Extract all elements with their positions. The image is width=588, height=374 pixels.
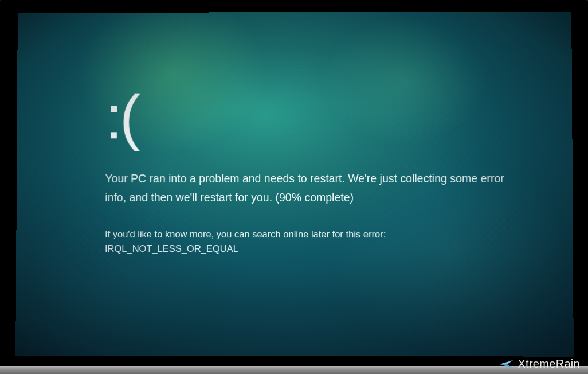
paper-plane-icon [499, 359, 514, 369]
sad-face-icon: :( [105, 86, 518, 148]
bsod-message: Your PC ran into a problem and needs to … [105, 170, 518, 207]
watermark-text: XtremeRain [518, 357, 580, 371]
bsod-message-line1: Your PC ran into a problem and needs to … [105, 170, 518, 188]
bsod-content: :( Your PC ran into a problem and needs … [105, 86, 518, 255]
bsod-screen: :( Your PC ran into a problem and needs … [15, 12, 574, 357]
bsod-error-code: IRQL_NOT_LESS_OR_EQUAL [105, 243, 518, 254]
monitor-frame: :( Your PC ran into a problem and needs … [0, 0, 588, 367]
bsod-message-line2: info, and then we'll restart for you. (9… [105, 189, 518, 207]
watermark: XtremeRain [499, 357, 580, 371]
bsod-hint: If you'd like to know more, you can sear… [105, 226, 518, 242]
